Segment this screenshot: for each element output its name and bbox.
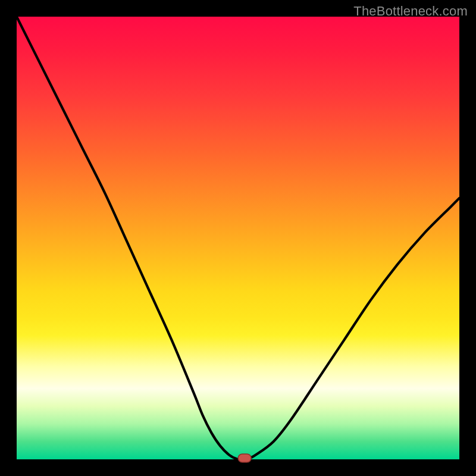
- optimal-point-marker: [238, 454, 251, 462]
- bottleneck-curve-line: [17, 17, 459, 460]
- plot-area: [17, 17, 459, 459]
- chart-frame: TheBottleneck.com: [0, 0, 476, 476]
- watermark-text: TheBottleneck.com: [353, 4, 468, 19]
- curve-svg: [17, 17, 459, 459]
